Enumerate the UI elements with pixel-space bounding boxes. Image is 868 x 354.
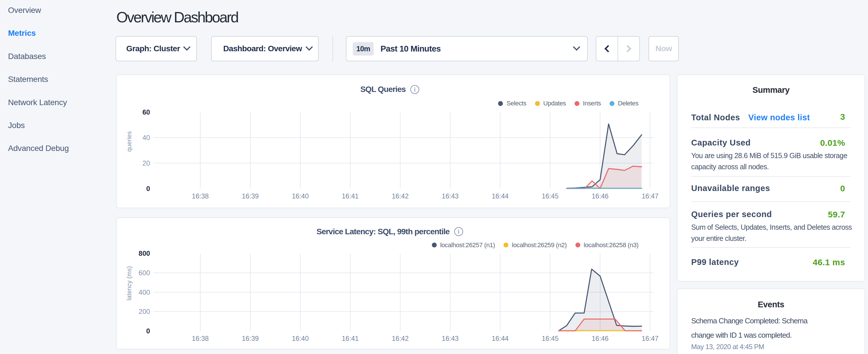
svg-text:800: 800 [139,250,150,257]
svg-text:16:41: 16:41 [342,192,359,200]
svg-text:16:46: 16:46 [592,192,609,200]
svg-text:16:44: 16:44 [492,334,509,342]
svg-text:400: 400 [139,288,150,296]
svg-text:0: 0 [146,185,150,192]
svg-text:600: 600 [139,269,150,277]
svg-text:16:39: 16:39 [242,192,259,200]
svg-text:16:39: 16:39 [242,334,259,342]
svg-text:16:40: 16:40 [292,334,309,342]
svg-text:16:40: 16:40 [292,192,309,200]
svg-text:16:46: 16:46 [592,334,609,342]
svg-text:16:38: 16:38 [192,334,209,342]
svg-text:16:45: 16:45 [541,192,559,200]
svg-text:16:44: 16:44 [492,192,509,200]
svg-text:200: 200 [139,308,150,315]
svg-text:16:42: 16:42 [392,334,409,342]
svg-text:0: 0 [146,327,150,335]
svg-text:16:41: 16:41 [342,334,359,342]
svg-text:20: 20 [143,159,150,167]
svg-text:16:43: 16:43 [442,334,459,342]
svg-text:16:38: 16:38 [192,192,209,200]
svg-text:60: 60 [143,108,150,116]
svg-text:40: 40 [143,134,150,141]
svg-text:16:42: 16:42 [392,192,409,200]
svg-text:16:47: 16:47 [642,334,658,342]
svg-text:16:47: 16:47 [642,192,658,200]
svg-text:16:45: 16:45 [541,334,559,342]
svg-text:16:43: 16:43 [442,192,459,200]
